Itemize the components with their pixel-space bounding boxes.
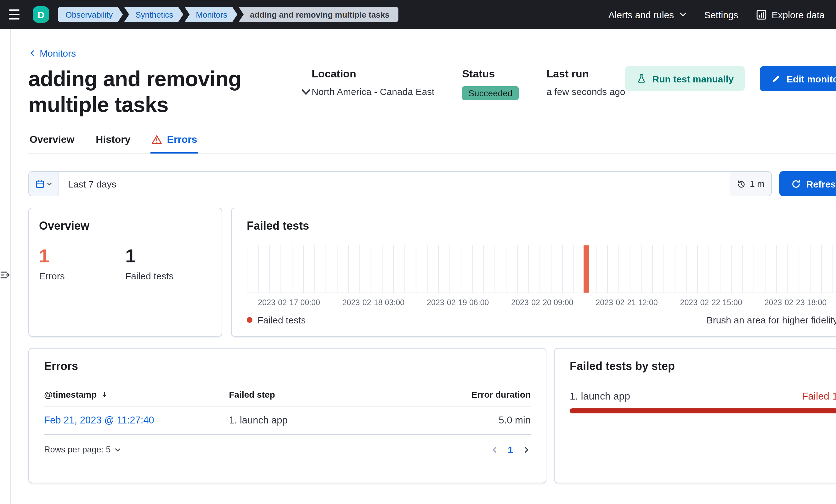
- errors-stat: 1 Errors: [39, 246, 125, 281]
- tab-errors-label: Errors: [167, 134, 197, 146]
- run-test-label: Run test manually: [652, 73, 734, 84]
- x-axis-tick: 2023-02-19 06:00: [416, 298, 500, 307]
- x-axis-tick: 2023-02-21 12:00: [585, 298, 669, 307]
- legend-dot-icon: [247, 317, 252, 323]
- tab-errors[interactable]: Errors: [151, 134, 198, 154]
- page-title: adding and removing multiple tasks: [28, 66, 289, 118]
- quick-select-button[interactable]: [29, 172, 59, 196]
- page-header: adding and removing multiple tasks Locat…: [28, 66, 836, 118]
- failed-tests-chart[interactable]: [247, 246, 836, 293]
- collapsed-sidebar: [0, 29, 11, 504]
- alerts-and-rules-label: Alerts and rules: [608, 9, 674, 20]
- breadcrumb-synthetics[interactable]: Synthetics: [124, 7, 183, 22]
- refresh-interval-value: 1 m: [750, 179, 764, 189]
- step-progress-track: [570, 408, 836, 413]
- last-run-value: a few seconds ago: [547, 86, 625, 97]
- failed-steps-card-title: Failed tests by step: [570, 360, 836, 373]
- x-axis-tick: 2023-02-22 15:00: [669, 298, 753, 307]
- chevron-left-icon: [490, 445, 499, 454]
- app-root: D Observability Synthetics Monitors addi…: [0, 0, 836, 504]
- step-label: 1. launch app: [570, 391, 630, 402]
- failed-tests-stat-value: 1: [125, 246, 211, 267]
- chevron-right-icon: [522, 445, 531, 454]
- status-label: Status: [462, 68, 519, 80]
- logo-letter: D: [37, 9, 44, 20]
- x-axis-tick: 2023-02-20 09:00: [500, 298, 585, 307]
- legend-item-failed-tests[interactable]: Failed tests: [247, 315, 306, 325]
- calendar-icon: [35, 179, 45, 189]
- rows-per-page-button[interactable]: Rows per page: 5: [44, 445, 121, 454]
- x-axis: 2023-02-17 00:00 2023-02-18 03:00 2023-0…: [247, 298, 836, 307]
- refresh-icon: [791, 179, 801, 189]
- monitor-select-toggle[interactable]: [300, 86, 311, 98]
- x-axis-tick: 2023-02-17 00:00: [247, 298, 331, 307]
- errors-card: Errors @timestamp Failed step Error dura…: [28, 348, 547, 483]
- failed-tests-stat-label: Failed tests: [125, 271, 211, 281]
- run-test-manually-button[interactable]: Run test manually: [625, 66, 745, 91]
- edit-monitor-button[interactable]: Edit monitor: [760, 66, 836, 91]
- edit-monitor-label: Edit monitor: [786, 73, 836, 84]
- expand-sidebar-icon: [0, 270, 10, 280]
- breadcrumb-observability[interactable]: Observability: [58, 7, 123, 22]
- location-value: North America - Canada East: [311, 86, 434, 97]
- refresh-button[interactable]: Refresh: [779, 171, 836, 196]
- tab-history-label: History: [96, 134, 130, 146]
- main-content: Monitors adding and removing multiple ta…: [11, 29, 836, 504]
- errors-stat-value: 1: [39, 246, 125, 267]
- error-failed-step: 1. launch app: [229, 415, 436, 426]
- status-badge: Succeeded: [462, 86, 519, 100]
- failed-tests-stat: 1 Failed tests: [125, 246, 211, 281]
- failed-tests-card: Failed tests 2023-02-17 00:00 2023-02-18…: [231, 208, 836, 337]
- errors-stat-label: Errors: [39, 271, 125, 281]
- legend-label: Failed tests: [258, 315, 306, 325]
- location-label: Location: [311, 68, 434, 80]
- back-to-monitors-link[interactable]: Monitors: [28, 48, 76, 59]
- tab-overview-label: Overview: [30, 134, 74, 146]
- back-link-label: Monitors: [40, 48, 76, 59]
- brush-hint: Brush an area for higher fidelity: [707, 315, 836, 325]
- step-status: Failed 1: [802, 391, 836, 402]
- settings-link[interactable]: Settings: [704, 9, 738, 20]
- breadcrumb-monitors[interactable]: Monitors: [185, 7, 237, 22]
- tab-overview[interactable]: Overview: [28, 134, 76, 154]
- chevron-down-icon: [679, 11, 686, 18]
- error-timestamp-link[interactable]: Feb 21, 2023 @ 11:27:40: [44, 415, 154, 426]
- x-axis-tick: 2023-02-18 03:00: [331, 298, 416, 307]
- sort-down-icon: [100, 391, 108, 398]
- monitor-meta: Location North America - Canada East Sta…: [311, 66, 625, 118]
- x-axis-tick: 2023-02-23 18:00: [753, 298, 836, 307]
- alerts-and-rules-menu[interactable]: Alerts and rules: [608, 9, 686, 20]
- menu-icon[interactable]: [9, 7, 24, 22]
- date-range-value[interactable]: Last 7 days: [59, 172, 729, 196]
- last-run-label: Last run: [547, 68, 625, 80]
- chevron-down-icon: [46, 181, 52, 187]
- explore-data-link[interactable]: Explore data: [756, 9, 825, 20]
- expand-sidebar-button[interactable]: [0, 45, 10, 504]
- pagination: 1: [490, 444, 531, 455]
- deployment-logo[interactable]: D: [33, 6, 49, 23]
- refresh-interval-button[interactable]: 1 m: [729, 172, 771, 196]
- page-number-1[interactable]: 1: [508, 444, 513, 455]
- explore-data-icon: [756, 9, 767, 20]
- tab-history[interactable]: History: [94, 134, 132, 154]
- column-timestamp-sort[interactable]: @timestamp: [44, 389, 229, 400]
- next-page-button[interactable]: [522, 445, 531, 454]
- column-error-duration-label: Error duration: [436, 389, 531, 400]
- top-header: D Observability Synthetics Monitors addi…: [0, 0, 836, 29]
- overview-card-title: Overview: [39, 219, 211, 233]
- table-row: Feb 21, 2023 @ 11:27:40 1. launch app 5.…: [44, 406, 531, 435]
- warning-icon: [152, 135, 162, 145]
- overview-card: Overview 1 Errors 1 Failed tests: [28, 208, 222, 337]
- tab-bar: Overview History Errors: [28, 134, 836, 154]
- time-refresh-icon: [737, 179, 746, 189]
- chevron-left-icon: [28, 49, 37, 57]
- failed-tests-bar: [584, 246, 589, 293]
- failed-tests-by-step-card: Failed tests by step 1. launch app Faile…: [554, 348, 836, 483]
- previous-page-button[interactable]: [490, 445, 499, 454]
- settings-label: Settings: [704, 9, 738, 20]
- error-duration: 5.0 min: [436, 415, 531, 426]
- super-date-picker: Last 7 days 1 m: [28, 171, 772, 196]
- refresh-label: Refresh: [806, 178, 836, 189]
- flask-icon: [637, 74, 647, 84]
- column-failed-step-label: Failed step: [229, 389, 436, 400]
